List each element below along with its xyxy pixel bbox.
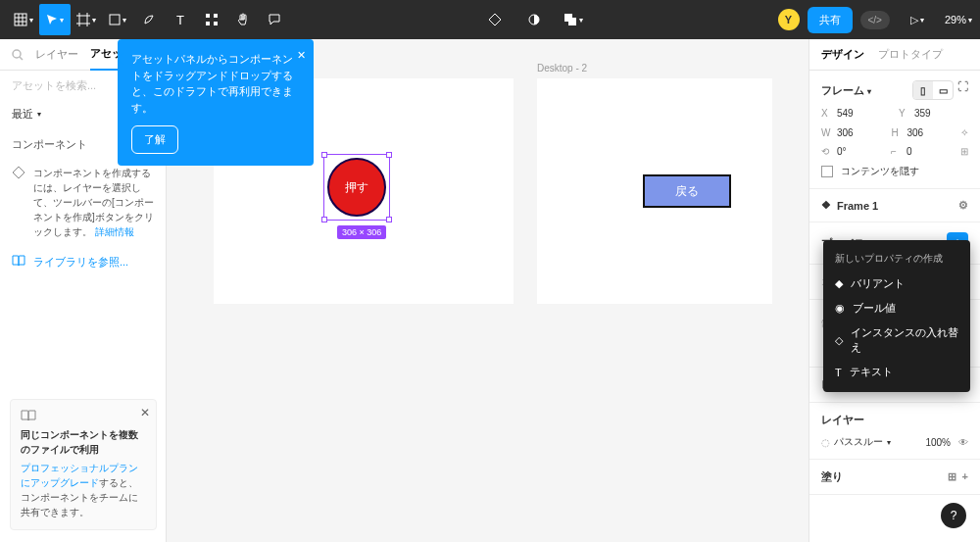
boolean-icon[interactable]: ▾ (558, 4, 589, 35)
help-fab[interactable]: ? (941, 503, 966, 528)
present-button[interactable]: ▷▾ (902, 4, 933, 35)
avatar[interactable]: Y (778, 9, 800, 30)
menu-item-variant[interactable]: ◆バリアント (823, 271, 970, 296)
selection-box[interactable] (323, 154, 390, 221)
orientation-toggle[interactable]: ▯ ▭ (912, 80, 954, 100)
share-button[interactable]: 共有 (808, 7, 853, 33)
tab-layers[interactable]: レイヤー (35, 39, 78, 70)
shape-tool[interactable]: ▾ (102, 4, 133, 35)
svg-rect-0 (15, 14, 26, 25)
component-icon[interactable] (479, 4, 511, 35)
menu-item-text[interactable]: Tテキスト (823, 360, 970, 384)
move-tool[interactable]: ▾ (39, 4, 71, 35)
top-toolbar: ▾ ▾ ▾ ▾ T ▾ Y 共有 (0, 0, 980, 39)
help-more-link[interactable]: 詳細情報 (95, 226, 134, 237)
text-icon: T (835, 367, 842, 378)
boolean-icon: ◉ (835, 302, 845, 315)
text-tool[interactable]: T (165, 4, 196, 35)
search-icon[interactable] (12, 49, 24, 61)
svg-rect-12 (206, 22, 210, 25)
tab-design[interactable]: デザイン (821, 47, 864, 62)
dev-mode-toggle[interactable]: </> (860, 11, 890, 29)
selection-handle[interactable] (386, 217, 392, 222)
add-fill-button[interactable]: + (962, 470, 968, 483)
browse-libraries-link[interactable]: ライブラリを参照... (0, 247, 166, 277)
instance-swap-icon: ◇ (835, 334, 843, 347)
opacity-field[interactable]: 100% (925, 437, 951, 448)
selection-handle[interactable] (321, 217, 327, 222)
independent-corners-icon[interactable]: ⊞ (960, 146, 968, 157)
w-field[interactable]: W306 (821, 127, 884, 138)
svg-line-18 (20, 57, 23, 60)
tooltip-body: アセットパネルからコンポーネントをドラッグアンドドロップすると、このドラフトで再… (131, 51, 300, 116)
card-title: 同じコンポーネントを複数のファイルで利用 (21, 427, 146, 457)
blend-mode-dropdown[interactable]: ◌パススルー▾ (821, 435, 891, 449)
menu-item-boolean[interactable]: ◉ブール値 (823, 296, 970, 320)
new-property-menu: 新しいプロパティの作成 ◆バリアント ◉ブール値 ◇インスタンスの入れ替え Tテ… (823, 240, 970, 392)
menu-title: 新しいプロパティの作成 (823, 248, 970, 271)
tab-prototype[interactable]: プロトタイプ (878, 47, 943, 62)
x-field[interactable]: X549 (821, 108, 891, 119)
svg-point-17 (13, 50, 21, 58)
component-section: ❖Frame 1 ⚙ (809, 189, 980, 222)
frame-desktop-2[interactable]: Desktop - 2 戻る (537, 78, 772, 304)
style-icon[interactable]: ⊞ (948, 470, 956, 483)
svg-rect-11 (214, 14, 218, 18)
clip-label: コンテンツを隠す (841, 165, 919, 178)
comment-tool[interactable] (259, 4, 290, 35)
clip-checkbox[interactable] (821, 166, 833, 177)
resize-fit-icon[interactable]: ⛶ (957, 80, 968, 100)
frame-tool[interactable]: ▾ (71, 4, 102, 35)
svg-rect-13 (214, 22, 218, 25)
selection-handle[interactable] (386, 152, 392, 158)
layer-section: レイヤー ◌パススルー▾ 100% 👁 (809, 403, 980, 460)
book-icon (21, 410, 146, 421)
upgrade-card: ✕ 同じコンポーネントを複数のファイルで利用 プロフェッショナルプランにアップグ… (10, 399, 157, 530)
radius-field[interactable]: ⌐0 (891, 146, 953, 157)
zoom-dropdown[interactable]: 29%▾ (945, 14, 972, 25)
portrait-icon[interactable]: ▯ (913, 81, 933, 99)
blue-back-button[interactable]: 戻る (643, 174, 731, 208)
fill-section: 塗り⊞+ (809, 460, 980, 495)
component-icon: ❖ (821, 199, 831, 212)
tooltip-close-icon[interactable]: ✕ (297, 47, 306, 64)
rotation-field[interactable]: ⟲0° (821, 146, 883, 157)
svg-rect-16 (568, 18, 576, 25)
book-icon (12, 255, 25, 270)
component-help-icon (12, 166, 25, 239)
main-menu-button[interactable]: ▾ (8, 4, 39, 35)
svg-rect-10 (206, 14, 210, 18)
selection-size-badge: 306 × 306 (337, 225, 386, 239)
menu-item-instance-swap[interactable]: ◇インスタンスの入れ替え (823, 320, 970, 360)
hand-tool[interactable] (227, 4, 259, 35)
asset-tooltip: ✕ アセットパネルからコンポーネントをドラッグアンドドロップすると、このドラフト… (118, 39, 314, 166)
h-field[interactable]: H306 (892, 127, 955, 138)
adjust-icon[interactable]: ⚙ (958, 199, 968, 212)
card-close-icon[interactable]: ✕ (140, 404, 150, 421)
tooltip-ok-button[interactable]: 了解 (131, 125, 178, 154)
landscape-icon[interactable]: ▭ (933, 81, 953, 99)
components-help: コンポーネントを作成するには、レイヤーを選択して、ツールバーの[コンポーネントを… (0, 158, 166, 247)
mask-icon[interactable] (518, 4, 550, 35)
selection-handle[interactable] (321, 152, 327, 158)
y-field[interactable]: Y359 (899, 108, 968, 119)
frame-section: フレーム ▾ ▯ ▭ ⛶ X549 Y359 W306 H306 ⟡ ⟲0° ⌐… (809, 71, 980, 189)
variant-icon: ◆ (835, 277, 843, 290)
svg-rect-9 (110, 15, 120, 25)
pen-tool[interactable] (133, 4, 165, 35)
resources-tool[interactable] (196, 4, 227, 35)
frame-label[interactable]: Desktop - 2 (537, 63, 587, 74)
lock-aspect-icon[interactable]: ⟡ (961, 126, 968, 138)
visibility-icon[interactable]: 👁 (958, 437, 968, 448)
